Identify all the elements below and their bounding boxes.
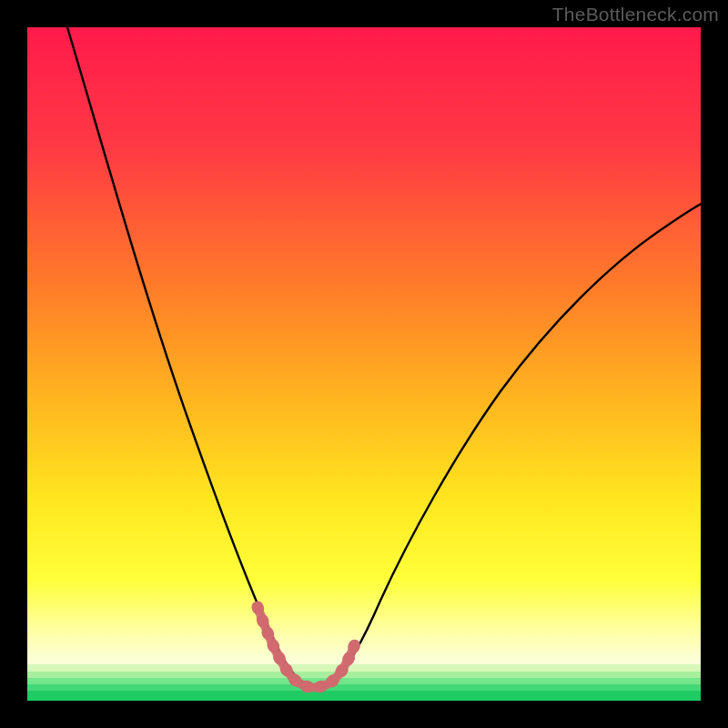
- chart-frame: TheBottleneck.com: [0, 0, 728, 728]
- plot-area: [27, 27, 701, 701]
- watermark-text: TheBottleneck.com: [552, 4, 719, 25]
- trough-highlight-fill: [258, 607, 355, 687]
- bottleneck-curve: [27, 27, 701, 701]
- curve-path: [67, 27, 701, 686]
